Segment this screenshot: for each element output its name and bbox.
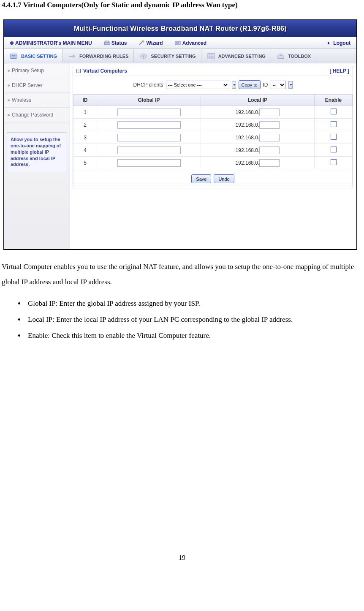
global-ip-input[interactable] [117, 134, 181, 141]
sidebar-help-box: Allow you to setup the one-to-one mappin… [7, 133, 66, 172]
chevron-down-icon[interactable] [288, 81, 293, 89]
local-ip-prefix: 192.168.0. [236, 147, 260, 153]
row-id: 2 [73, 119, 97, 131]
svg-point-2 [142, 41, 144, 42]
window-title: Multi-Functional Wireless Broadband NAT … [74, 25, 287, 33]
menu-status-label: Status [111, 40, 127, 46]
list-item: Enable: Check this item to enable the Vi… [25, 328, 362, 343]
menu-bullet-icon [10, 41, 14, 45]
undo-button[interactable]: Undo [214, 174, 234, 183]
menu-logout[interactable]: Logout [322, 40, 356, 46]
sidebar-item-label: Change Password [12, 112, 53, 118]
tab-basic-label: BASIC SETTING [21, 54, 57, 59]
content-area: Virtual Computers [ HELP ] DHCP clients … [70, 63, 356, 249]
menu-wizard-label: Wizard [146, 40, 163, 46]
menu-advanced-label: Advanced [182, 40, 206, 46]
id-label: ID [263, 82, 268, 88]
sidebar-item-wireless[interactable]: Wireless [4, 93, 70, 108]
enable-checkbox[interactable] [331, 147, 337, 152]
tab-forwarding-rules[interactable]: FORWARDING RULES [62, 49, 134, 63]
page-number: 19 [2, 554, 362, 562]
enable-checkbox[interactable] [331, 159, 337, 165]
virtual-computers-panel: Virtual Computers [ HELP ] DHCP clients … [73, 66, 353, 188]
status-icon [104, 41, 110, 46]
wizard-icon [139, 41, 144, 46]
local-ip-prefix: 192.168.0. [236, 122, 260, 128]
th-local-ip: Local IP [201, 95, 315, 106]
enable-checkbox[interactable] [331, 134, 337, 140]
sidebar-item-primary-setup[interactable]: Primary Setup [4, 63, 70, 78]
menu-wizard[interactable]: Wizard [133, 40, 168, 46]
panel-icon [76, 69, 81, 73]
global-ip-input[interactable] [117, 147, 181, 154]
row-id: 5 [73, 157, 97, 169]
sidebar: Primary Setup DHCP Server Wireless Chang… [4, 63, 70, 249]
save-button[interactable]: Save [191, 174, 211, 183]
svg-rect-4 [10, 54, 17, 58]
dhcp-clients-select[interactable]: --- Select one --- [166, 81, 229, 89]
tab-advanced-setting[interactable]: ADVANCED SETTING [201, 49, 271, 63]
id-select[interactable]: -- [271, 81, 286, 89]
global-ip-input[interactable] [117, 159, 181, 167]
svg-rect-9 [280, 54, 282, 55]
panel-title: Virtual Computers [83, 68, 127, 74]
copy-to-button[interactable]: Copy to [239, 80, 261, 89]
local-ip-prefix: 192.168.0. [236, 135, 260, 141]
feature-list: Global IP: Enter the global IP address a… [25, 296, 362, 343]
menu-logout-label: Logout [333, 40, 350, 46]
help-link[interactable]: [ HELP ] [330, 68, 349, 74]
enable-checkbox[interactable] [331, 121, 337, 127]
settings-tab-bar: BASIC SETTING FORWARDING RULES SECURITY … [4, 49, 356, 63]
menu-status[interactable]: Status [98, 40, 133, 46]
arrow-icon [328, 41, 330, 45]
router-admin-screenshot: Multi-Functional Wireless Broadband NAT … [3, 19, 357, 250]
local-ip-input[interactable] [259, 159, 280, 167]
sidebar-item-label: DHCP Server [12, 82, 42, 88]
th-enable: Enable [315, 95, 353, 106]
menu-admin-label: ADMINISTRATOR's MAIN MENU [15, 40, 92, 46]
advanced-icon [175, 41, 181, 46]
table-row: 2 192.168.0. [73, 119, 353, 131]
menu-advanced[interactable]: Advanced [169, 40, 212, 46]
dhcp-clients-label: DHCP clients [133, 82, 163, 88]
table-row: 1 192.168.0. [73, 106, 353, 119]
sidebar-item-change-password[interactable]: Change Password [4, 108, 70, 122]
virtual-computers-table: ID Global IP Local IP Enable 1 192.168.0… [73, 94, 353, 185]
sidebar-item-dhcp-server[interactable]: DHCP Server [4, 78, 70, 93]
table-row: 3 192.168.0. [73, 131, 353, 144]
tab-toolbox[interactable]: TOOLBOX [271, 49, 316, 63]
local-ip-input[interactable] [259, 109, 280, 116]
main-menu-bar: ADMINISTRATOR's MAIN MENU Status Wizard … [4, 37, 356, 49]
local-ip-prefix: 192.168.0. [236, 109, 260, 115]
dhcp-clients-row: DHCP clients --- Select one --- Copy to … [73, 76, 353, 94]
tab-toolbox-label: TOOLBOX [288, 54, 311, 59]
local-ip-input[interactable] [259, 134, 280, 141]
chevron-down-icon[interactable] [232, 81, 236, 89]
tab-security-label: SECURITY SETTING [151, 54, 196, 59]
th-id: ID [73, 95, 97, 106]
global-ip-input[interactable] [117, 109, 181, 116]
local-ip-input[interactable] [259, 147, 280, 154]
sidebar-item-label: Primary Setup [12, 68, 44, 73]
tab-security-setting[interactable]: SECURITY SETTING [134, 49, 201, 63]
local-ip-prefix: 192.168.0. [236, 160, 260, 166]
forwarding-icon [68, 52, 77, 60]
sidebar-item-label: Wireless [12, 97, 31, 103]
list-item: Local IP: Enter the local IP address of … [25, 312, 362, 327]
menu-administrator-main[interactable]: ADMINISTRATOR's MAIN MENU [4, 40, 98, 46]
svg-rect-1 [105, 41, 109, 42]
list-item: Global IP: Enter the global IP address a… [25, 296, 362, 311]
advanced-setting-icon [206, 52, 216, 60]
enable-checkbox[interactable] [331, 109, 337, 114]
global-ip-input[interactable] [117, 121, 181, 129]
section-heading: 4.4.1.7 Virtual Computers(Only for Stati… [2, 1, 362, 9]
local-ip-input[interactable] [259, 121, 280, 129]
tab-basic-setting[interactable]: BASIC SETTING [4, 49, 62, 63]
row-id: 3 [73, 131, 97, 144]
basic-setting-icon [9, 52, 19, 60]
window-title-bar: Multi-Functional Wireless Broadband NAT … [4, 20, 356, 37]
row-id: 4 [73, 144, 97, 157]
description-paragraph: Virtual Computer enables you to use the … [2, 259, 362, 289]
row-id: 1 [73, 106, 97, 119]
security-icon [139, 52, 148, 60]
